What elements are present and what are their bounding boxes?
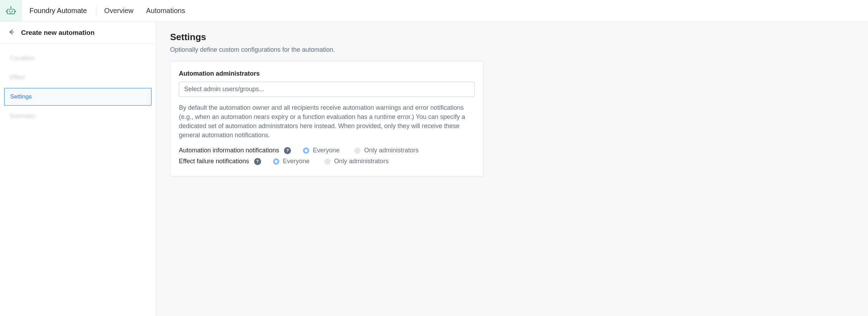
info-notifications-label: Automation information notifications	[179, 147, 279, 154]
step-settings[interactable]: Settings	[4, 88, 151, 106]
nav-automations[interactable]: Automations	[140, 7, 192, 15]
sidebar: Create new automation Condition Effect S…	[0, 22, 156, 316]
info-radio-only-admins[interactable]: Only administrators	[354, 147, 419, 154]
radio-selected-icon	[273, 158, 279, 165]
help-icon[interactable]: ?	[284, 147, 291, 154]
radio-label: Everyone	[283, 158, 310, 165]
workspace: Create new automation Condition Effect S…	[0, 22, 868, 316]
sidebar-header: Create new automation	[0, 22, 156, 44]
svg-point-3	[11, 10, 13, 12]
radio-label: Everyone	[313, 147, 339, 154]
divider	[96, 6, 96, 16]
radio-selected-icon	[303, 147, 309, 154]
page-subtitle: Optionally define custom configurations …	[170, 46, 826, 53]
admins-placeholder: Select admin users/groups...	[184, 86, 264, 93]
failure-notifications-row: Effect failure notifications ? Everyone …	[179, 158, 475, 165]
step-effect[interactable]: Effect	[4, 69, 151, 86]
radio-label: Only administrators	[364, 147, 419, 154]
step-condition[interactable]: Condition	[4, 50, 151, 67]
svg-rect-8	[15, 11, 16, 12]
svg-point-6	[10, 6, 12, 7]
nav-overview[interactable]: Overview	[98, 7, 140, 15]
info-radio-everyone[interactable]: Everyone	[303, 147, 339, 154]
svg-point-2	[9, 10, 10, 12]
failure-notifications-label: Effect failure notifications	[179, 158, 249, 165]
settings-card: Automation administrators Select admin u…	[170, 61, 484, 177]
info-notifications-row: Automation information notifications ? E…	[179, 147, 475, 154]
radio-unselected-icon	[354, 147, 361, 154]
admins-label: Automation administrators	[179, 70, 475, 77]
svg-rect-7	[6, 11, 7, 12]
app-logo[interactable]	[0, 0, 22, 22]
admins-help-text: By default the automation owner and all …	[179, 103, 475, 140]
svg-rect-4	[9, 12, 12, 13]
topbar: Foundry Automate Overview Automations	[0, 0, 868, 22]
back-arrow-icon[interactable]	[8, 29, 15, 37]
main-panel: Settings Optionally define custom config…	[156, 22, 868, 316]
sidebar-title: Create new automation	[21, 29, 95, 37]
failure-radio-everyone[interactable]: Everyone	[273, 158, 310, 165]
app-title: Foundry Automate	[22, 7, 95, 15]
step-summary[interactable]: Summary	[4, 108, 151, 125]
help-icon[interactable]: ?	[254, 158, 261, 165]
page-title: Settings	[170, 32, 826, 43]
steps-list: Condition Effect Settings Summary	[0, 44, 156, 133]
failure-radio-only-admins[interactable]: Only administrators	[324, 158, 389, 165]
radio-label: Only administrators	[334, 158, 389, 165]
admins-select-input[interactable]: Select admin users/groups...	[179, 82, 475, 97]
robot-icon	[6, 6, 16, 16]
radio-unselected-icon	[324, 158, 331, 165]
